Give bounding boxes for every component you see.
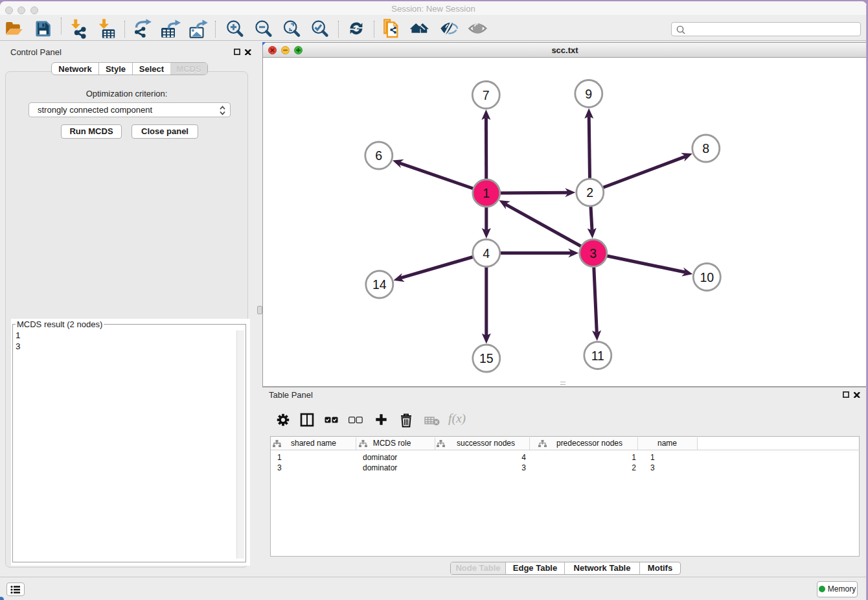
svg-text:7: 7 (483, 88, 490, 102)
svg-text:10: 10 (700, 270, 714, 284)
svg-text:4: 4 (483, 246, 490, 260)
svg-text:14: 14 (372, 277, 387, 292)
svg-text:9: 9 (585, 87, 592, 101)
svg-text:3: 3 (589, 246, 597, 260)
svg-text:11: 11 (591, 349, 604, 363)
svg-text:1: 1 (483, 186, 490, 200)
svg-text:15: 15 (479, 351, 494, 365)
svg-text:6: 6 (375, 148, 382, 163)
svg-text:8: 8 (702, 141, 709, 156)
svg-text:2: 2 (586, 185, 593, 200)
